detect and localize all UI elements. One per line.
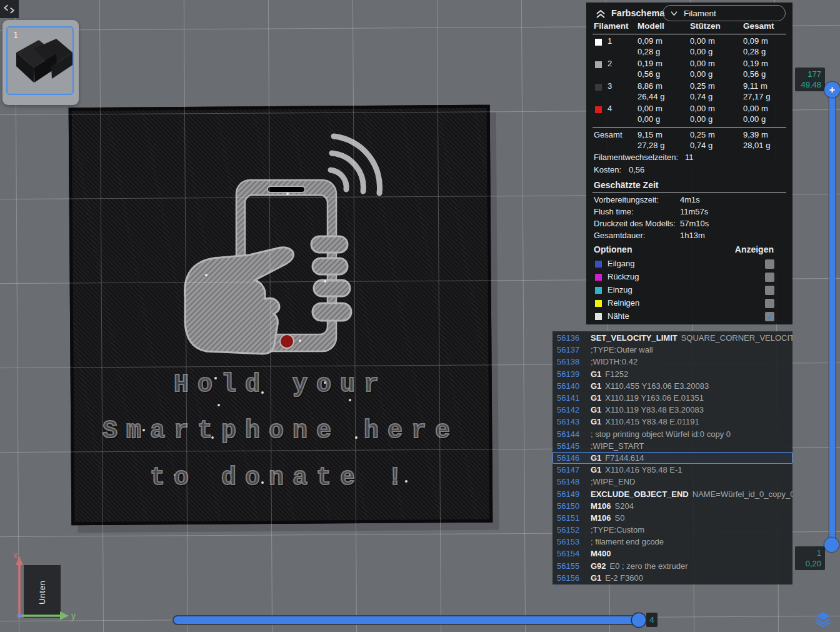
estimated-time-title: Geschätzte Zeit <box>594 180 658 190</box>
gcode-line[interactable]: 56152;TYPE:Custom <box>552 524 792 536</box>
filament-cell: 0,00 m0,00 g <box>690 58 715 79</box>
gcode-args: X110.455 Y163.06 E3.20083 <box>605 381 709 391</box>
filament-cell: 0,19 m0,56 g <box>638 58 662 79</box>
option-checkbox[interactable] <box>765 259 774 269</box>
option-color-swatch <box>595 313 602 320</box>
filament-row: 20,19 m0,56 g0,00 m0,00 g0,19 m0,56 g <box>586 58 792 81</box>
wifi-waves-graphic <box>331 136 380 193</box>
gcode-line[interactable]: 56155G92E0 ; zero the extruder <box>552 560 792 572</box>
gcode-line[interactable]: 56136SET_VELOCITY_LIMITSQUARE_CORNER_VEL… <box>552 332 792 344</box>
gcode-line[interactable]: 56144; stop printing object Würfel id:0 … <box>552 428 792 440</box>
option-label: Eilgang <box>608 259 634 268</box>
gcode-lines: 56136SET_VELOCITY_LIMITSQUARE_CORNER_VEL… <box>552 332 792 584</box>
gcode-line[interactable]: 56142G1X110.119 Y83.48 E3.20083 <box>552 404 792 416</box>
gcode-line[interactable]: 56147G1X110.416 Y85.48 E-1 <box>552 464 792 476</box>
filament-cell-weight: 0,56 g <box>638 69 662 79</box>
gcode-line[interactable]: 56143G1X110.415 Y83.48 E.01191 <box>552 416 792 428</box>
filament-row: 10,09 m0,28 g0,00 m0,00 g0,09 m0,28 g <box>586 36 792 58</box>
option-checkbox[interactable] <box>765 286 774 295</box>
col-header-filament: Filament <box>594 21 629 31</box>
filament-changes-label: Filamentwechselzeiten: <box>594 153 678 162</box>
gcode-line[interactable]: 56150M106S204 <box>552 500 792 512</box>
gcode-line[interactable]: 56137;TYPE:Outer wall <box>552 344 792 356</box>
gcode-line-number: 56155 <box>557 561 582 571</box>
move-slider-handle[interactable] <box>632 613 646 627</box>
gcode-line[interactable]: 56154M400 <box>552 548 792 559</box>
total-cell-weight: 0,74 g <box>690 140 715 151</box>
filament-cell-length: 0,00 m <box>690 36 715 46</box>
plate-thumbnail-selection: 1 <box>6 26 74 95</box>
origin-dot <box>18 614 22 618</box>
y-axis-label: y <box>71 611 76 621</box>
time-label: Druckzeit des Modells: <box>594 219 676 228</box>
color-scheme-dropdown[interactable]: Filament <box>662 5 786 21</box>
gcode-command: G1 <box>591 381 601 391</box>
layer-slider-top-handle[interactable]: + <box>824 82 840 98</box>
col-header-model: Modell <box>638 21 664 31</box>
filament-cell-weight: 0,00 g <box>690 69 715 79</box>
bottom-layer-number: 1 <box>799 548 821 558</box>
filament-cell-weight: 26,44 g <box>638 91 664 102</box>
printed-model-graphic <box>70 106 491 524</box>
time-row: Druckzeit des Modells:57m10s <box>586 219 792 231</box>
gcode-line[interactable]: 56153; filament end gcode <box>552 536 792 548</box>
gcode-line-number: 56151 <box>557 513 582 523</box>
time-value: 4m1s <box>680 195 700 204</box>
gcode-line[interactable]: 56156G1E-2 F3600 <box>552 572 792 584</box>
filament-cell: 0,00 m0,00 g <box>638 103 662 124</box>
filament-changes-value: 11 <box>685 153 694 162</box>
panel-collapse-icon[interactable] <box>595 9 606 19</box>
option-checkbox[interactable] <box>765 273 774 282</box>
filament-cell-length: 9,11 m <box>743 81 770 91</box>
gcode-line-number: 56156 <box>557 573 582 583</box>
gcode-line[interactable]: 56149EXCLUDE_OBJECT_ENDNAME=Würfel_id_0_… <box>552 488 792 499</box>
gcode-command: G1 <box>591 369 601 379</box>
gcode-args: F7144.614 <box>605 453 644 463</box>
gcode-line[interactable]: 56148;WIPE_END <box>552 476 792 488</box>
top-layer-number: 177 <box>799 69 821 79</box>
toolbar-collapse-button[interactable] <box>0 0 19 18</box>
filament-table: 10,09 m0,28 g0,00 m0,00 g0,09 m0,28 g20,… <box>586 36 792 126</box>
time-value: 1h13m <box>680 231 705 240</box>
layer-slider-top-label: 177 49,48 <box>795 68 825 91</box>
gcode-line-number: 56137 <box>557 345 582 354</box>
option-row: Eilgang <box>586 258 792 271</box>
filament-cell-weight: 0,28 g <box>743 46 768 57</box>
gcode-comment: ;WIPE_END <box>591 477 636 486</box>
filament-color-swatch <box>595 61 602 68</box>
total-cell: 9,15 m27,28 g <box>638 129 664 151</box>
gcode-line[interactable]: 56139G1F1252 <box>552 368 792 380</box>
time-label: Flush time: <box>594 207 634 216</box>
total-cell-weight: 27,28 g <box>638 140 664 151</box>
option-checkbox[interactable]: ✓ <box>765 312 774 321</box>
layer-slider-track[interactable] <box>829 89 835 545</box>
filament-cell-weight: 0,00 g <box>690 46 715 57</box>
move-slider-track[interactable] <box>174 616 644 624</box>
gcode-line[interactable]: 56146G1F7144.614 <box>552 452 792 464</box>
gcode-line-number: 56138 <box>557 357 582 366</box>
gcode-line[interactable]: 56138;WIDTH:0.42 <box>552 356 792 368</box>
filament-cell-weight: 0,28 g <box>638 46 662 57</box>
plate-thumbnail[interactable]: 1 <box>2 20 79 105</box>
filament-cell-length: 0,00 m <box>638 103 662 114</box>
filament-cell-weight: 0,00 g <box>743 114 768 124</box>
gcode-line[interactable]: 56151M106S0 <box>552 512 792 524</box>
phone-speaker-graphic <box>268 186 305 193</box>
gcode-line[interactable]: 56145;WIPE_START <box>552 440 792 452</box>
gcode-line[interactable]: 56140G1X110.455 Y163.06 E3.20083 <box>552 380 792 392</box>
option-checkbox[interactable] <box>765 299 774 308</box>
layers-preview-icon[interactable] <box>814 610 832 628</box>
filament-cell: 8,86 m26,44 g <box>638 81 664 102</box>
plate-number: 1 <box>13 29 18 40</box>
layer-slider-bottom-handle[interactable] <box>824 538 839 552</box>
dropdown-value: Filament <box>684 9 716 18</box>
filament-id: 4 <box>608 103 612 114</box>
option-row: Nähte✓ <box>586 311 792 324</box>
top-layer-height: 49,48 <box>799 79 821 90</box>
gcode-line-number: 56140 <box>557 381 582 391</box>
gcode-line[interactable]: 56141G1X110.119 Y163.06 E.01351 <box>552 392 792 404</box>
y-axis-arrowhead <box>60 611 69 620</box>
orientation-gizmo[interactable]: Unten x y <box>5 549 86 630</box>
filament-id: 3 <box>608 81 612 91</box>
option-color-swatch <box>595 274 602 281</box>
